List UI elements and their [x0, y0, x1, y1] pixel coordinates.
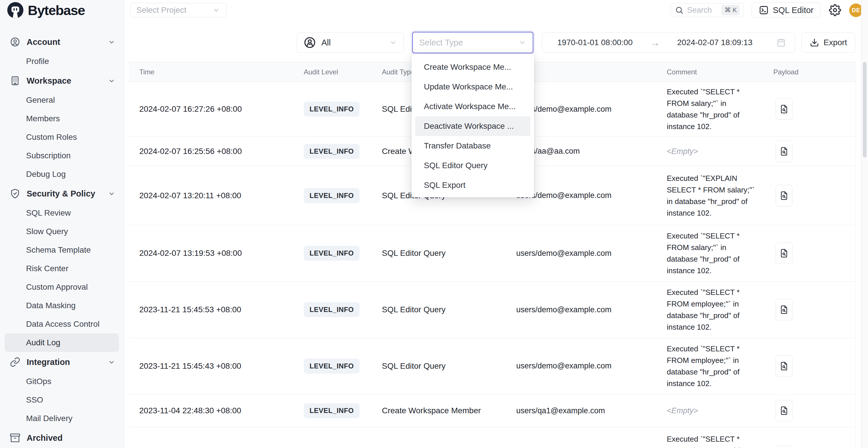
sidebar-group-workspace[interactable]: Workspace: [0, 71, 124, 90]
dropdown-option-activate-workspace-member[interactable]: Activate Workspace Me...: [415, 97, 530, 116]
row-comment: <Empty>: [656, 394, 763, 427]
sidebar-item-label: Data Masking: [26, 301, 75, 310]
payload-view-button[interactable]: [776, 355, 793, 377]
export-button[interactable]: Export: [801, 32, 855, 53]
gear-icon[interactable]: [829, 4, 841, 16]
date-to: 2024-02-07 18:09:13: [677, 38, 752, 47]
actor-filter-value: All: [321, 38, 331, 47]
sidebar-group-label: Integration: [27, 357, 70, 367]
sidebar-item-debug-log[interactable]: Debug Log: [5, 165, 119, 184]
row-payload: [763, 82, 856, 136]
scrollbar-thumb[interactable]: [863, 62, 867, 157]
sidebar-item-label: Audit Log: [26, 338, 60, 347]
row-type: SQL Editor Query: [371, 427, 506, 448]
row-level: LEVEL_INFO: [293, 282, 371, 338]
sidebar-item-label: Custom Roles: [26, 133, 77, 142]
project-select-placeholder: Select Project: [136, 5, 186, 15]
sidebar-item-schema-template[interactable]: Schema Template: [5, 241, 119, 259]
row-level: LEVEL_INFO: [293, 82, 371, 136]
building-icon: [10, 75, 20, 86]
sidebar-item-custom-roles[interactable]: Custom Roles: [5, 128, 119, 147]
sidebar-item-gitops[interactable]: GitOps: [5, 372, 119, 391]
sidebar-item-label: GitOps: [26, 377, 51, 386]
payload-view-button[interactable]: [776, 185, 793, 206]
chevron-down-icon: [108, 38, 116, 46]
sidebar-item-slow-query[interactable]: Slow Query: [5, 222, 119, 241]
row-comment: <Empty>: [656, 137, 763, 166]
level-badge: LEVEL_INFO: [304, 359, 360, 374]
sidebar-group-archived[interactable]: Archived: [0, 428, 124, 447]
payload-view-button[interactable]: [776, 243, 793, 264]
level-badge: LEVEL_INFO: [304, 144, 360, 159]
type-filter-select[interactable]: Select Type: [412, 32, 533, 53]
sidebar-item-subscription[interactable]: Subscription: [5, 147, 119, 165]
sidebar-item-label: Members: [26, 114, 60, 123]
sidebar-item-sso[interactable]: SSO: [5, 391, 119, 409]
sql-editor-button[interactable]: SQL Editor: [752, 3, 821, 18]
row-level: LEVEL_INFO: [293, 225, 371, 281]
payload-view-button[interactable]: [776, 141, 793, 162]
row-payload: [763, 225, 856, 281]
dropdown-option-update-workspace-member[interactable]: Update Workspace Me...: [415, 77, 530, 97]
project-select[interactable]: Select Project: [130, 3, 226, 18]
col-header-payload: Payload: [763, 62, 856, 82]
row-time: 2024-02-07 16:25:56 +08:00: [129, 137, 293, 166]
sidebar-item-profile[interactable]: Profile: [5, 52, 119, 71]
sidebar-item-sql-review[interactable]: SQL Review: [5, 204, 119, 222]
sidebar-item-general[interactable]: General: [5, 91, 119, 109]
row-level: LEVEL_INFO: [293, 338, 371, 394]
sidebar-item-members[interactable]: Members: [5, 109, 119, 128]
export-label: Export: [824, 38, 847, 47]
sidebar-item-label: Slow Query: [26, 227, 68, 236]
calendar-icon: [776, 38, 786, 47]
sidebar-item-audit-log[interactable]: Audit Log: [5, 333, 119, 352]
sidebar-item-label: Subscription: [26, 151, 71, 160]
level-badge: LEVEL_INFO: [304, 188, 360, 203]
sidebar-item-label: Custom Approval: [26, 283, 88, 292]
row-comment: Executed `"EXPLAIN SELECT * FROM salary;…: [656, 166, 763, 225]
logo[interactable]: Bytebase: [0, 0, 124, 20]
table-row: 2024-02-07 13:19:53 +08:00 LEVEL_INFO SQ…: [129, 225, 855, 282]
sidebar-group-security-policy[interactable]: Security & Policy: [0, 184, 124, 203]
payload-view-button[interactable]: [776, 299, 793, 320]
user-circle-icon: [10, 37, 20, 47]
table-row: 2023-11-21 15:45:53 +08:00 LEVEL_INFO SQ…: [129, 282, 855, 338]
col-header-time: Time: [129, 62, 293, 82]
sidebar-item-label: Risk Center: [26, 264, 68, 273]
chevron-down-icon: [108, 190, 116, 198]
sidebar-item-risk-center[interactable]: Risk Center: [5, 259, 119, 278]
avatar[interactable]: DE: [849, 3, 863, 17]
search-input[interactable]: Search ⌘ K: [671, 3, 744, 17]
arrow-right-icon: →: [650, 37, 660, 48]
sidebar-group-account[interactable]: Account: [0, 32, 124, 52]
payload-view-button[interactable]: [776, 98, 793, 120]
dropdown-option-transfer-database[interactable]: Transfer Database: [415, 136, 530, 156]
dropdown-option-sql-export[interactable]: SQL Export: [415, 175, 530, 195]
row-comment: Executed `"SELECT * FROM salary;"` in da…: [656, 82, 763, 136]
sidebar-item-label: SSO: [26, 395, 43, 405]
vertical-scrollbar[interactable]: [861, 0, 868, 448]
row-level: LEVEL_INFO: [293, 427, 371, 448]
actor-filter-select[interactable]: All: [297, 32, 404, 53]
row-actor: users/qa1@example.com: [506, 394, 656, 427]
sidebar-item-data-masking[interactable]: Data Masking: [5, 296, 119, 315]
row-level: LEVEL_INFO: [293, 137, 371, 166]
sidebar-group-integration[interactable]: Integration: [0, 352, 124, 372]
level-badge: LEVEL_INFO: [304, 246, 360, 261]
terminal-icon: [759, 5, 769, 15]
sidebar-item-custom-approval[interactable]: Custom Approval: [5, 278, 119, 296]
archive-icon: [10, 433, 20, 443]
sidebar-item-data-access-control[interactable]: Data Access Control: [5, 315, 119, 333]
dropdown-option-deactivate-workspace-member[interactable]: Deactivate Workspace ...: [415, 116, 530, 136]
sidebar-item-label: Profile: [26, 57, 49, 66]
avatar-initials: DE: [852, 7, 860, 13]
payload-view-button[interactable]: [776, 446, 793, 448]
date-range-picker[interactable]: 1970-01-01 08:00:00 → 2024-02-07 18:09:1…: [542, 32, 795, 53]
dropdown-option-create-workspace-member[interactable]: Create Workspace Me...: [415, 57, 530, 77]
sidebar-item-mail-delivery[interactable]: Mail Delivery: [5, 409, 119, 428]
col-header-comment: Comment: [656, 62, 763, 82]
brand-name: Bytebase: [28, 2, 85, 18]
dropdown-option-sql-editor-query[interactable]: SQL Editor Query: [415, 156, 530, 175]
payload-view-button[interactable]: [776, 400, 793, 421]
row-level: LEVEL_INFO: [293, 394, 371, 427]
